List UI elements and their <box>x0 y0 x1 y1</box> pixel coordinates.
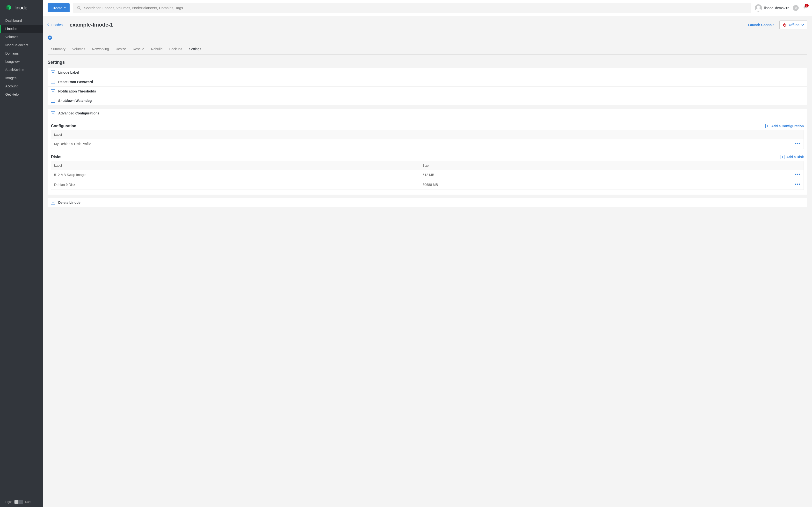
panel-title: Linode Label <box>58 70 79 74</box>
launch-console-button[interactable]: Launch Console <box>748 23 774 27</box>
tab-settings[interactable]: Settings <box>189 44 201 54</box>
add-disk-button[interactable]: + Add a Disk <box>780 155 804 159</box>
search-box <box>73 3 751 13</box>
chevron-down-icon: ▾ <box>64 6 66 9</box>
sidebar-item-linodes[interactable]: Linodes <box>0 24 43 33</box>
nav: Dashboard Linodes Volumes NodeBalancers … <box>0 16 43 99</box>
kebab-icon[interactable]: ••• <box>795 181 801 187</box>
panel-title: Delete Linode <box>58 201 81 205</box>
sidebar-item-longview[interactable]: Longview <box>0 57 43 66</box>
sidebar-item-images[interactable]: Images <box>0 74 43 82</box>
disks-table: Label Size 512 MB Swap Image 512 MB ••• … <box>51 161 804 190</box>
configuration-heading: Configuration <box>51 124 77 128</box>
page-title: example-linode-1 <box>69 22 748 28</box>
sidebar: linode Dashboard Linodes Volumes NodeBal… <box>0 0 43 507</box>
tab-summary[interactable]: Summary <box>51 44 65 54</box>
avatar[interactable] <box>755 4 762 12</box>
logo[interactable]: linode <box>0 0 43 16</box>
tab-networking[interactable]: Networking <box>92 44 109 54</box>
tab-volumes[interactable]: Volumes <box>72 44 85 54</box>
config-row-label: My Debian 9 Disk Profile <box>54 142 791 146</box>
topbar: Create ▾ linode_demo215 0 1 <box>43 0 812 16</box>
kebab-icon[interactable]: ••• <box>795 172 801 177</box>
table-row: Debian 9 Disk 50688 MB ••• <box>51 180 804 189</box>
disk-row-label: 512 MB Swap Image <box>54 173 423 177</box>
panel-title: Advanced Configurations <box>58 111 99 115</box>
column-header-label: Label <box>54 133 801 136</box>
panel-title: Shutdown Watchdog <box>58 99 92 103</box>
theme-dark-label: Dark <box>25 500 31 504</box>
sidebar-item-stackscripts[interactable]: StackScripts <box>0 66 43 74</box>
disk-row-size: 50688 MB <box>423 183 791 187</box>
tab-backups[interactable]: Backups <box>169 44 182 54</box>
search-input[interactable] <box>84 3 748 13</box>
sidebar-item-nodebalancers[interactable]: NodeBalancers <box>0 41 43 49</box>
tab-resize[interactable]: Resize <box>116 44 126 54</box>
panel-linode-label[interactable]: + Linode Label <box>48 68 807 77</box>
plus-icon: + <box>780 155 784 159</box>
power-status-button[interactable]: ⏻ Offline <box>779 20 807 29</box>
tab-rescue[interactable]: Rescue <box>133 44 144 54</box>
add-disk-label: Add a Disk <box>786 155 804 159</box>
column-header-label: Label <box>54 164 423 167</box>
power-icon: ⏻ <box>783 23 786 27</box>
svg-line-4 <box>80 8 81 9</box>
expand-icon: + <box>51 89 55 93</box>
tab-rebuild[interactable]: Rebuild <box>151 44 162 54</box>
disks-heading: Disks <box>51 155 61 159</box>
bell-count: 1 <box>805 4 809 7</box>
panel-notification-thresholds[interactable]: + Notification Thresholds <box>48 87 807 96</box>
add-configuration-label: Add a Configuration <box>771 124 804 128</box>
collapse-icon: − <box>51 111 55 115</box>
plus-icon: + <box>765 124 769 128</box>
expand-icon: + <box>51 70 55 74</box>
table-row: My Debian 9 Disk Profile ••• <box>51 139 804 149</box>
chevron-down-icon <box>802 23 804 26</box>
panel-shutdown-watchdog[interactable]: + Shutdown Watchdog <box>48 96 807 105</box>
username[interactable]: linode_demo215 <box>764 6 789 10</box>
offline-label: Offline <box>789 23 800 27</box>
sidebar-item-dashboard[interactable]: Dashboard <box>0 16 43 24</box>
add-tag-button[interactable]: + <box>48 36 52 40</box>
kebab-icon[interactable]: ••• <box>795 141 801 146</box>
expand-icon: + <box>51 80 55 84</box>
theme-toggle[interactable]: Light Dark <box>0 497 43 507</box>
column-header-size: Size <box>423 164 791 167</box>
linode-logo-icon <box>5 4 12 11</box>
expand-icon: + <box>51 201 55 205</box>
theme-light-label: Light <box>5 500 12 504</box>
breadcrumb-linodes[interactable]: Linodes <box>51 23 63 27</box>
back-chevron-icon <box>47 23 50 26</box>
panel-title: Notification Thresholds <box>58 89 96 93</box>
panel-advanced-configurations[interactable]: − Advanced Configurations <box>48 109 807 118</box>
panel-delete-linode[interactable]: + Delete Linode <box>48 198 807 207</box>
add-configuration-button[interactable]: + Add a Configuration <box>765 124 804 128</box>
create-label: Create <box>51 6 62 10</box>
create-button[interactable]: Create ▾ <box>48 3 69 12</box>
sidebar-item-gethelp[interactable]: Get Help <box>0 90 43 99</box>
credit-badge[interactable]: 0 <box>793 5 799 11</box>
sidebar-item-volumes[interactable]: Volumes <box>0 33 43 41</box>
section-heading: Settings <box>48 60 807 65</box>
tabs: Summary Volumes Networking Resize Rescue… <box>48 44 807 55</box>
brand-name: linode <box>14 5 27 11</box>
table-row: 512 MB Swap Image 512 MB ••• <box>51 170 804 180</box>
svg-point-3 <box>77 6 80 9</box>
disk-row-label: Debian 9 Disk <box>54 183 423 187</box>
expand-icon: + <box>51 99 55 103</box>
panel-reset-root-password[interactable]: + Reset Root Password <box>48 77 807 87</box>
search-icon <box>77 6 82 10</box>
disk-row-size: 512 MB <box>423 173 791 177</box>
configuration-table: Label My Debian 9 Disk Profile ••• <box>51 130 804 149</box>
sidebar-item-domains[interactable]: Domains <box>0 49 43 57</box>
toggle-track[interactable] <box>14 500 23 504</box>
notifications-button[interactable]: 1 <box>802 5 807 11</box>
panel-title: Reset Root Password <box>58 80 93 84</box>
sidebar-item-account[interactable]: Account <box>0 82 43 90</box>
